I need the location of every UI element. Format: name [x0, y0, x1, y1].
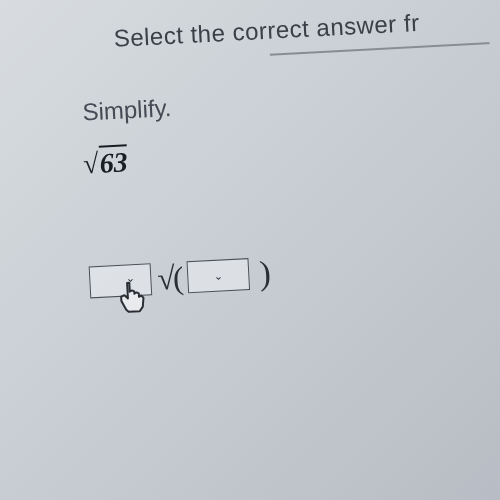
coefficient-dropdown[interactable]: ⌄ — [89, 263, 153, 298]
math-expression: √63 — [82, 146, 128, 180]
answer-input-row: ⌄ √( ⌄ ) — [88, 254, 271, 301]
prompt-label: Simplify. — [82, 94, 172, 127]
radicand-dropdown[interactable]: ⌄ — [187, 258, 251, 293]
radicand: 63 — [98, 146, 129, 178]
chevron-down-icon: ⌄ — [125, 271, 135, 284]
instruction-text: Select the correct answer fr — [113, 9, 420, 53]
chevron-down-icon: ⌄ — [214, 269, 224, 282]
close-paren: ) — [258, 254, 271, 293]
sqrt-open-paren: √( — [156, 259, 182, 297]
